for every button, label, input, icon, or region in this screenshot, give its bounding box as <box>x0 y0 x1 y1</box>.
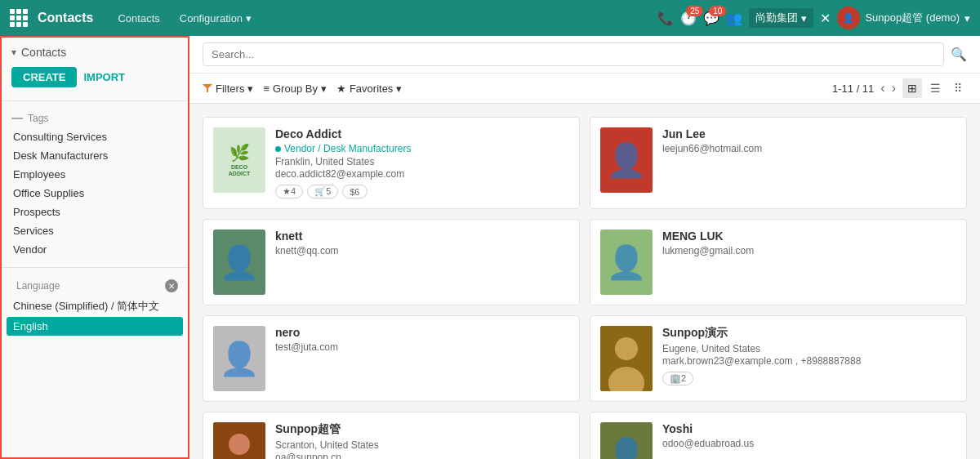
contact-card-knett[interactable]: 👤 knett knett@qq.com <box>203 219 580 305</box>
svg-marker-0 <box>203 84 212 92</box>
knett-avatar: 👤 <box>213 230 265 295</box>
grid-view-button[interactable]: ⠿ <box>949 78 967 98</box>
filters-label: Filters <box>216 82 244 95</box>
contact-card-yoshi[interactable]: 👤 Yoshi odoo@eduabroad.us <box>590 412 967 459</box>
clock-button[interactable]: 🕐 25 <box>680 11 697 26</box>
groupby-dropdown-icon: ▾ <box>321 82 327 95</box>
sidebar-divider2 <box>2 267 188 268</box>
filters-button[interactable]: Filters ▾ <box>203 82 253 95</box>
jun-lee-info: Jun Lee leejun66@hotmail.com <box>662 127 956 155</box>
sidebar-item-vendor[interactable]: Vendor <box>2 240 188 259</box>
contact-card-sunpop-demo[interactable]: Sunpop演示 Eugene, United States mark.brow… <box>590 315 967 402</box>
navbar-configuration[interactable]: Configuration ▾ <box>172 9 260 28</box>
navbar-contacts[interactable]: Contacts <box>109 9 167 28</box>
sidebar-item-consulting[interactable]: Consulting Services <box>2 127 188 146</box>
filter-bar: Filters ▾ ≡ Group By ▾ ★ Favorites ▾ 1-1… <box>189 74 980 104</box>
contacts-grid: 🌿 DECOADDICT Deco Addict Vendor / Desk M… <box>203 117 967 459</box>
pagination: 1-11 / 11 ‹ › ⊞ ☰ ⠿ <box>832 78 967 98</box>
kanban-view-button[interactable]: ⊞ <box>902 78 922 98</box>
contact-line1: Scranton, United States <box>275 439 569 451</box>
contact-tags: ★4 🛒5 $6 <box>275 185 569 198</box>
contact-line2: mark.brown23@example.com , +8988887888 <box>662 355 956 367</box>
list-view-button[interactable]: ☰ <box>925 78 946 98</box>
contact-tags: 🏢2 <box>662 372 956 385</box>
sunpop-demo-avatar <box>600 326 653 391</box>
meng-luk-info: MENG LUK lukmeng@gmail.com <box>662 230 956 257</box>
contact-card-meng-luk[interactable]: 👤 MENG LUK lukmeng@gmail.com <box>590 219 967 305</box>
search-input[interactable] <box>203 42 944 66</box>
sidebar-title: Contacts <box>21 46 66 59</box>
meng-luk-avatar: 👤 <box>600 230 653 295</box>
contact-name: Sunpop演示 <box>662 326 956 341</box>
contact-card-nero[interactable]: 👤 nero test@juta.com <box>203 315 580 402</box>
sidebar-actions: CREATE IMPORT <box>2 62 188 97</box>
sidebar-item-office[interactable]: Office Supplies <box>2 184 188 203</box>
nero-info: nero test@juta.com <box>275 326 569 354</box>
navbar-menu: Contacts Configuration ▾ <box>109 9 648 28</box>
svg-point-5 <box>229 434 250 455</box>
cards-area: 🌿 DECOADDICT Deco Addict Vendor / Desk M… <box>189 104 980 459</box>
yoshi-avatar: 👤 <box>600 422 653 459</box>
sidebar-header: ▾ Contacts <box>2 38 188 62</box>
company-selector[interactable]: 尚勤集团 ▾ <box>749 8 813 28</box>
favorites-button[interactable]: ★ Favorites ▾ <box>336 82 402 95</box>
contact-line1: Franklin, United States <box>275 156 569 167</box>
contact-line2: oa@sunpop.cn <box>275 452 569 459</box>
chat-badge: 10 <box>709 6 726 16</box>
pagination-text: 1-11 / 11 <box>832 82 874 95</box>
sidebar-item-english[interactable]: English <box>7 317 183 336</box>
contact-name: Sunpop超管 <box>275 422 569 437</box>
view-buttons: ⊞ ☰ ⠿ <box>902 78 967 98</box>
sidebar-chevron-icon[interactable]: ▾ <box>11 47 16 58</box>
jun-lee-avatar: 👤 <box>600 127 653 193</box>
groupby-button[interactable]: ≡ Group By ▾ <box>263 82 327 95</box>
contacts-icon[interactable]: 👥 <box>726 11 742 26</box>
contact-line1: knett@qq.com <box>275 245 569 256</box>
user-avatar: 👤 <box>837 7 860 29</box>
user-menu[interactable]: 👤 Sunpop超管 (demo) ▾ <box>837 7 970 29</box>
app-body: ▾ Contacts CREATE IMPORT Tags Consulting… <box>0 36 980 459</box>
create-button[interactable]: CREATE <box>11 67 77 87</box>
search-toolbar: 🔍 <box>189 36 980 74</box>
groupby-label: Group By <box>273 82 318 95</box>
tag-stars[interactable]: ★4 <box>275 185 303 198</box>
contact-line1: lukmeng@gmail.com <box>662 245 956 256</box>
tags-dash <box>11 118 23 119</box>
contact-name: MENG LUK <box>662 230 956 243</box>
sidebar-item-desk[interactable]: Desk Manufacturers <box>2 146 188 165</box>
sunpop-admin-avatar <box>213 422 265 459</box>
contact-card-jun-lee[interactable]: 👤 Jun Lee leejun66@hotmail.com <box>590 117 967 209</box>
contact-name: nero <box>275 326 569 339</box>
sidebar-item-services[interactable]: Services <box>2 221 188 240</box>
language-label: Language <box>16 280 60 292</box>
sunpop-admin-info: Sunpop超管 Scranton, United States oa@sunp… <box>275 422 569 459</box>
sidebar-item-chinese[interactable]: Chinese (Simplified) / 简体中文 <box>2 296 188 317</box>
contact-name: Yoshi <box>662 422 956 435</box>
sidebar-item-employees[interactable]: Employees <box>2 165 188 184</box>
contact-card-sunpop-admin[interactable]: Sunpop超管 Scranton, United States oa@sunp… <box>203 412 580 459</box>
status-dot <box>275 146 281 152</box>
sidebar-divider <box>2 100 188 101</box>
language-clear-button[interactable]: ✕ <box>165 279 178 292</box>
contact-subtitle: Vendor / Desk Manufacturers <box>275 143 569 154</box>
import-button[interactable]: IMPORT <box>83 67 125 87</box>
tag-cart[interactable]: 🛒5 <box>307 185 338 198</box>
tag-building[interactable]: 🏢2 <box>662 372 693 385</box>
sidebar-item-prospects[interactable]: Prospects <box>2 203 188 221</box>
chat-button[interactable]: 💬 10 <box>703 11 719 26</box>
grid-menu-icon[interactable] <box>10 9 28 27</box>
sidebar: ▾ Contacts CREATE IMPORT Tags Consulting… <box>0 36 189 459</box>
clock-badge: 25 <box>686 6 703 16</box>
phone-button[interactable]: 📞 <box>657 11 674 26</box>
next-page-button[interactable]: › <box>892 81 896 96</box>
deco-addict-info: Deco Addict Vendor / Desk Manufacturers … <box>275 127 569 198</box>
prev-page-button[interactable]: ‹ <box>880 81 884 96</box>
contact-name: Jun Lee <box>662 127 956 140</box>
search-icon[interactable]: 🔍 <box>951 47 967 62</box>
close-icon[interactable]: ✕ <box>820 11 831 26</box>
contact-card-deco-addict[interactable]: 🌿 DECOADDICT Deco Addict Vendor / Desk M… <box>203 117 580 209</box>
contact-line1: odoo@eduabroad.us <box>662 438 956 449</box>
tag-dollar[interactable]: $6 <box>342 185 367 198</box>
contact-name: Deco Addict <box>275 127 569 140</box>
favorites-label: Favorites <box>350 82 393 95</box>
